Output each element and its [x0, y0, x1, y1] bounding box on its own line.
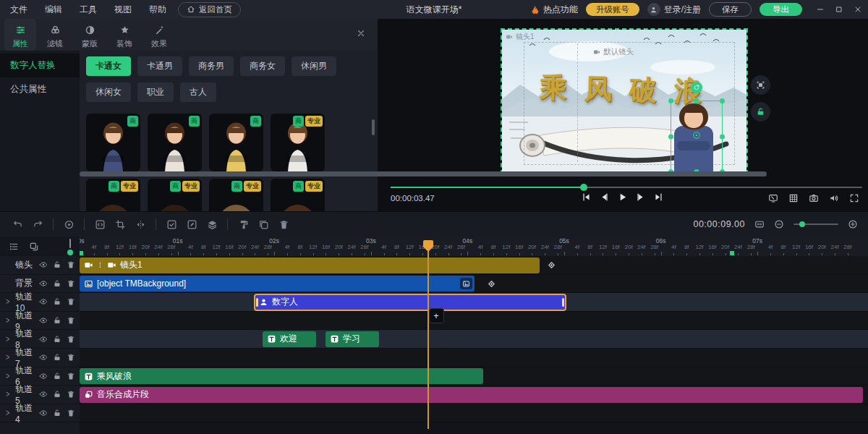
time-ruler[interactable]: 0s4f8f12f16f20f24f28f01s4f8f12f16f20f24f… — [80, 237, 868, 256]
step-back-icon[interactable] — [599, 192, 610, 203]
timeline-clip[interactable]: 数字人 — [255, 294, 566, 310]
timeline-clip[interactable]: 欢迎 — [263, 331, 316, 347]
crop-icon[interactable] — [110, 215, 130, 234]
character-card[interactable]: 商专业 — [148, 179, 202, 211]
category-chip[interactable]: 商务女 — [240, 56, 285, 76]
upgrade-account-button[interactable]: 升级账号 — [586, 3, 639, 16]
playback-progress[interactable] — [391, 187, 862, 188]
tracks-icon[interactable] — [9, 242, 19, 252]
trash-icon[interactable] — [273, 215, 294, 234]
mirror-icon[interactable] — [130, 215, 150, 234]
eye-icon[interactable] — [39, 297, 48, 306]
lock-icon[interactable] — [53, 279, 61, 288]
category-chip[interactable]: 商务男 — [189, 56, 234, 76]
grid-icon[interactable] — [788, 193, 799, 203]
skip-start-icon[interactable] — [581, 192, 592, 203]
selection-box[interactable] — [671, 101, 723, 172]
maximize-icon[interactable] — [835, 5, 843, 14]
format-brush-icon[interactable] — [233, 215, 253, 234]
back-home-button[interactable]: 返回首页 — [178, 2, 241, 17]
add-keyframe-icon[interactable] — [546, 260, 557, 271]
zoom-knob[interactable] — [799, 221, 805, 227]
category-chip[interactable]: 古人 — [180, 82, 216, 102]
chevron-right-icon[interactable]: > — [6, 334, 15, 344]
eye-icon[interactable] — [39, 353, 48, 362]
add-keyframe-icon[interactable] — [486, 278, 497, 289]
redo-icon[interactable] — [27, 215, 48, 234]
edit-pen-icon[interactable] — [182, 215, 202, 234]
panel-scrollbar[interactable] — [372, 119, 375, 135]
copy-icon[interactable] — [253, 215, 273, 234]
timeline-clip[interactable]: 学习 — [326, 331, 379, 347]
add-layer-icon[interactable] — [29, 242, 39, 252]
track-lane[interactable] — [80, 404, 868, 423]
lock-icon[interactable] — [53, 297, 61, 306]
panel-tab[interactable]: 滤镜 — [39, 19, 71, 51]
eye-icon[interactable] — [39, 335, 48, 344]
trash-icon[interactable] — [67, 316, 75, 325]
character-card[interactable]: 商专业 — [271, 114, 325, 171]
chevron-right-icon[interactable]: > — [6, 352, 15, 362]
zoom-out-icon[interactable] — [774, 219, 784, 229]
timeline-zoom-slider[interactable] — [793, 224, 838, 225]
preview-canvas[interactable]: 乘风破浪 镜头1 默认镜头 — [501, 28, 748, 174]
track-lane[interactable]: [object TMBackground] — [80, 275, 868, 294]
handle-nw[interactable] — [668, 98, 673, 103]
lock-icon[interactable] — [53, 372, 61, 380]
timeline-clip[interactable]: 乘风破浪 — [80, 368, 483, 384]
track-lane[interactable]: 数字人 — [80, 293, 868, 312]
menu-item[interactable]: 工具 — [80, 4, 97, 16]
chevron-right-icon[interactable]: > — [6, 371, 15, 381]
handle-e[interactable] — [720, 134, 725, 139]
fit-timeline-icon[interactable] — [754, 219, 765, 229]
scroll-thumb[interactable] — [69, 239, 71, 248]
character-card[interactable]: 商 — [86, 114, 140, 171]
trash-icon[interactable] — [67, 353, 75, 362]
timeline-clip[interactable]: 音乐合成片段 — [80, 387, 863, 403]
hot-features-button[interactable]: 热点功能 — [530, 4, 578, 16]
character-card[interactable]: 商专业 — [86, 179, 140, 211]
handle-ne[interactable] — [720, 98, 725, 103]
menu-item[interactable]: 视图 — [114, 4, 132, 16]
trash-icon[interactable] — [67, 260, 75, 269]
eye-icon[interactable] — [39, 260, 48, 269]
lock-icon[interactable] — [53, 335, 61, 344]
skip-end-icon[interactable] — [653, 192, 664, 203]
target-icon[interactable] — [59, 215, 79, 234]
trash-icon[interactable] — [67, 335, 75, 344]
character-card[interactable]: 商 — [209, 114, 263, 171]
rotate-handle-icon[interactable] — [691, 82, 702, 93]
panel-tab[interactable]: 效果 — [143, 19, 175, 51]
panel-tab[interactable]: 属性 — [4, 19, 36, 51]
step-forward-icon[interactable] — [635, 192, 646, 203]
add-at-playhead-button[interactable]: + — [429, 308, 444, 323]
lock-button[interactable] — [751, 102, 770, 122]
character-card[interactable]: 商专业 — [209, 179, 263, 211]
lock-icon[interactable] — [53, 390, 61, 399]
fullscreen-icon[interactable] — [849, 193, 859, 203]
close-icon[interactable] — [854, 5, 862, 14]
track-lane[interactable]: 音乐合成片段 — [80, 386, 868, 404]
undo-icon[interactable] — [7, 215, 27, 234]
eye-icon[interactable] — [39, 409, 48, 417]
save-button[interactable]: 保存 — [709, 2, 752, 17]
lock-icon[interactable] — [53, 353, 61, 362]
playhead-line[interactable] — [427, 240, 429, 429]
frame-select-button[interactable] — [751, 75, 770, 95]
chevron-right-icon[interactable]: > — [6, 297, 15, 307]
snapshot-icon[interactable] — [809, 193, 819, 203]
handle-w[interactable] — [668, 134, 673, 139]
category-chip[interactable]: 卡通男 — [137, 56, 182, 76]
timeline-clip[interactable]: 镜头1 — [80, 258, 540, 273]
volume-icon[interactable] — [829, 193, 839, 203]
chevron-right-icon[interactable]: > — [6, 408, 15, 418]
eye-icon[interactable] — [39, 372, 48, 380]
panel-tab[interactable]: 装饰 — [109, 19, 140, 51]
zoom-in-icon[interactable] — [848, 219, 858, 229]
category-chip[interactable]: 休闲男 — [292, 56, 336, 76]
trash-icon[interactable] — [67, 390, 75, 399]
track-lane[interactable]: 镜头1 — [80, 256, 868, 275]
play-icon[interactable] — [617, 192, 628, 203]
timeline-horizontal-scrollbar[interactable] — [80, 171, 767, 176]
panel-tab[interactable]: 蒙版 — [74, 19, 106, 51]
